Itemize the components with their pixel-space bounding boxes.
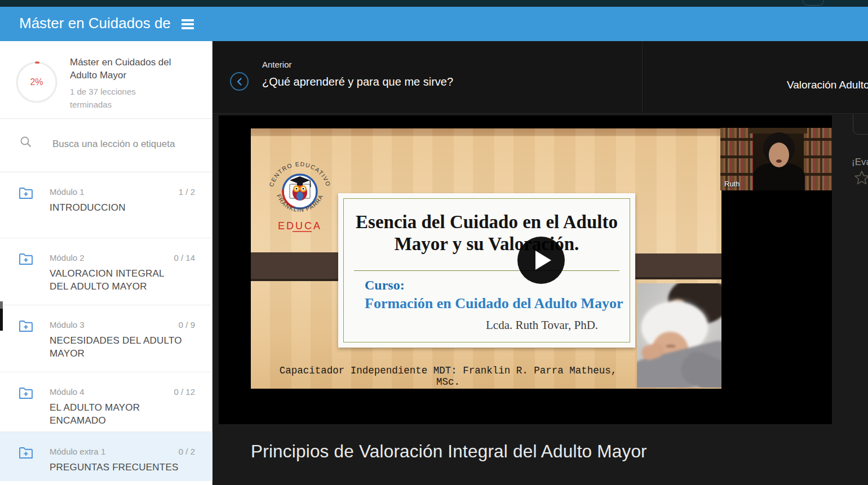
rate-course-label: ¡Eva: [852, 157, 868, 168]
nav-divider: [642, 41, 643, 114]
folder-plus-icon: [19, 319, 33, 335]
module-title: EL ADULTO MAYOR ENCAMADO: [50, 402, 185, 428]
sidebar-item-modulo-2[interactable]: Módulo 2 0 / 14 VALORACION INTEGRAL DEL …: [0, 238, 212, 305]
folder-plus-icon: [19, 386, 33, 402]
play-button[interactable]: [517, 237, 565, 284]
slide-title: Esencia del Cuidado en el Adulto Mayor y…: [354, 211, 619, 255]
video-player[interactable]: CENTRO EDUCATIVO FRANKLIN PARRA EDUCA MÓ…: [219, 115, 832, 424]
card-divider: [354, 270, 619, 271]
module-count: 0 / 14: [174, 253, 195, 262]
module-label: Módulo extra 1: [50, 447, 105, 456]
course-sidebar: 2% Máster en Cuidados del Adulto Mayor 1…: [0, 41, 212, 485]
sidebar-item-modulo-extra-1[interactable]: Módulo extra 1 0 / 2 PREGUNTAS FRECUENTE…: [0, 432, 212, 481]
lesson-nav-bar: Anterior ¿Qué aprenderé y para que me si…: [212, 41, 868, 114]
sidebar-item-modulo-3[interactable]: Módulo 3 0 / 9 NECESIDADES DEL ADULTO MA…: [0, 305, 212, 372]
module-title: PREGUNTAS FRECUENTES: [50, 461, 185, 474]
folder-plus-icon: [19, 446, 33, 462]
folder-plus-icon: [19, 186, 33, 202]
previous-lesson-button[interactable]: [230, 72, 249, 91]
folder-plus-icon: [19, 252, 33, 268]
current-lesson-heading: Principios de Valoración Integral del Ad…: [251, 441, 814, 462]
module-count: 0 / 2: [179, 447, 195, 456]
play-icon: [535, 251, 551, 270]
slide-title-card: Esencia del Cuidado en el Adulto Mayor y…: [338, 193, 635, 348]
video-slide-thumbnail: CENTRO EDUCATIVO FRANKLIN PARRA EDUCA MÓ…: [251, 128, 721, 389]
presenter-webcam: Ruth: [720, 128, 832, 190]
action-button-fragment[interactable]: [853, 114, 868, 135]
edge-overlay-sliver: [0, 301, 3, 331]
shelf-bar-right: [625, 253, 721, 279]
module-title: INTRODUCCION: [50, 202, 185, 215]
presenter-name-label: Ruth: [724, 180, 739, 188]
module-count: 0 / 9: [179, 320, 195, 330]
progress-percent: 2%: [16, 61, 57, 103]
module-count: 0 / 12: [174, 387, 195, 397]
course-player-screen: Máster en Cuidados de 2% Máster en Cuida…: [0, 0, 868, 485]
star-icon[interactable]: [853, 169, 868, 189]
browser-widget-fragment: [803, 0, 824, 6]
course-title: Máster en Cuidados del Adulto Mayor: [70, 56, 185, 82]
slide-author: Lcda. Ruth Tovar, PhD.: [486, 318, 598, 332]
module-title: VALORACION INTEGRAL DEL ADULTO MAYOR: [50, 268, 185, 293]
elderly-care-photo: [637, 283, 721, 388]
sidebar-header: Máster en Cuidados de: [0, 7, 212, 41]
slide-caption: Capacitador Independiente MDT: Franklin …: [268, 365, 628, 388]
chevron-left-icon: [236, 77, 243, 86]
module-label: Módulo 4: [50, 387, 85, 397]
slide-course-name: Formación en Cuidado del Adulto Mayor: [365, 295, 623, 312]
search-input[interactable]: [52, 135, 193, 154]
course-progress-section: 2% Máster en Cuidados del Adulto Mayor 1…: [0, 41, 212, 119]
module-label: Módulo 3: [50, 320, 85, 330]
app-title: Máster en Cuidados de: [19, 15, 178, 34]
browser-top-strip: [0, 0, 868, 7]
sidebar-item-modulo-4[interactable]: Módulo 4 0 / 12 EL ADULTO MAYOR ENCAMADO: [0, 372, 212, 432]
sidebar-item-modulo-1[interactable]: Módulo 1 1 / 2 INTRODUCCION: [0, 172, 212, 238]
module-label: Módulo 1: [50, 187, 85, 197]
hamburger-menu-icon[interactable]: [181, 17, 196, 31]
progress-ring: 2%: [16, 61, 57, 103]
module-title: NECESIDADES DEL ADULTO MAYOR: [50, 335, 185, 361]
module-label: Módulo 2: [50, 253, 85, 262]
module-count: 1 / 2: [179, 187, 195, 197]
slide-course-label: Curso:: [365, 278, 405, 293]
shelf-bar-left: [251, 252, 346, 281]
logo-brand-text: EDUCA: [278, 220, 322, 232]
lesson-main-area: Anterior ¿Qué aprenderé y para que me si…: [212, 41, 868, 485]
previous-label: Anterior: [262, 60, 292, 69]
lesson-search-section: [0, 119, 212, 172]
app-header-bar: Máster en Cuidados de: [0, 7, 868, 41]
lessons-completed-status: 1 de 37 lecciones terminadas: [70, 85, 154, 112]
search-icon: [20, 136, 32, 150]
next-lesson-link[interactable]: Valoración Adulto: [787, 79, 868, 91]
previous-lesson-title[interactable]: ¿Qué aprenderé y para que me sirve?: [262, 75, 453, 88]
